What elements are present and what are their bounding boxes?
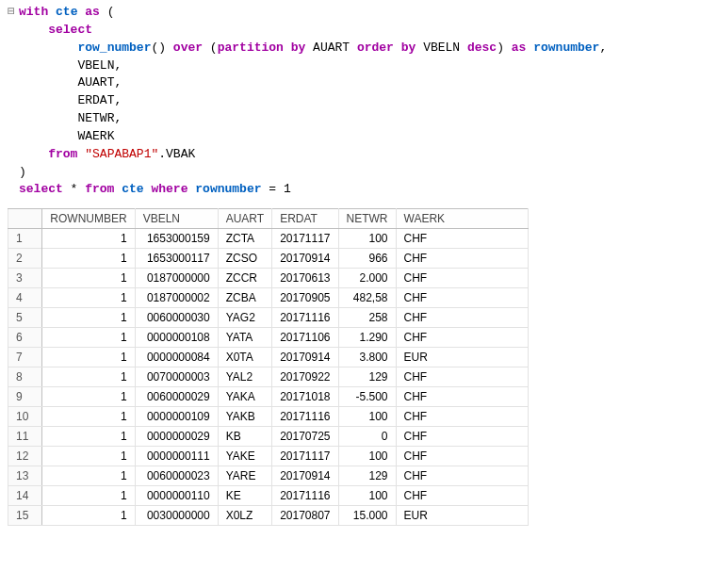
cell-netwr[interactable]: 0 bbox=[338, 427, 396, 447]
cell-netwr[interactable]: 129 bbox=[338, 466, 396, 486]
row-number-cell[interactable]: 1 bbox=[8, 229, 42, 249]
cell-erdat[interactable]: 20170905 bbox=[272, 288, 338, 308]
table-row[interactable]: 1410000000110KE20171116100CHF bbox=[8, 486, 529, 506]
table-row[interactable]: 1510030000000X0LZ2017080715.000EUR bbox=[8, 506, 529, 526]
cell-erdat[interactable]: 20171117 bbox=[272, 229, 338, 249]
cell-vbeln[interactable]: 0060000029 bbox=[135, 387, 218, 407]
cell-netwr[interactable]: 100 bbox=[338, 229, 396, 249]
cell-auart[interactable]: ZCTA bbox=[218, 229, 271, 249]
cell-netwr[interactable]: 258 bbox=[338, 308, 396, 328]
cell-waerk[interactable]: CHF bbox=[396, 368, 528, 387]
cell-netwr[interactable]: 15.000 bbox=[338, 506, 396, 526]
cell-auart[interactable]: KE bbox=[218, 486, 271, 506]
cell-erdat[interactable]: 20170922 bbox=[272, 368, 338, 387]
row-number-cell[interactable]: 5 bbox=[8, 308, 42, 328]
cell-netwr[interactable]: 3.800 bbox=[338, 348, 396, 368]
cell-rownumber[interactable]: 1 bbox=[42, 447, 135, 466]
code-line[interactable]: ⊟with cte as ( bbox=[8, 4, 693, 22]
cell-erdat[interactable]: 20170914 bbox=[272, 249, 338, 269]
cell-erdat[interactable]: 20170807 bbox=[272, 506, 338, 526]
row-number-cell[interactable]: 9 bbox=[8, 387, 42, 407]
cell-rownumber[interactable]: 1 bbox=[42, 308, 135, 328]
cell-vbeln[interactable]: 0070000003 bbox=[135, 368, 218, 387]
cell-netwr[interactable]: 100 bbox=[338, 447, 396, 466]
cell-waerk[interactable]: CHF bbox=[396, 288, 528, 308]
row-number-cell[interactable]: 13 bbox=[8, 466, 42, 486]
cell-rownumber[interactable]: 1 bbox=[42, 407, 135, 427]
col-header-netwr[interactable]: NETWR bbox=[338, 209, 396, 229]
cell-auart[interactable]: X0TA bbox=[218, 348, 271, 368]
row-number-cell[interactable]: 14 bbox=[8, 486, 42, 506]
table-row[interactable]: 1010000000109YAKB20171116100CHF bbox=[8, 407, 529, 427]
cell-netwr[interactable]: 1.290 bbox=[338, 328, 396, 348]
cell-auart[interactable]: ZCBA bbox=[218, 288, 271, 308]
code-line[interactable]: from "SAPABAP1".VBAK bbox=[8, 146, 693, 164]
cell-vbeln[interactable]: 0187000000 bbox=[135, 269, 218, 288]
cell-waerk[interactable]: CHF bbox=[396, 466, 528, 486]
cell-vbeln[interactable]: 0060000030 bbox=[135, 308, 218, 328]
cell-auart[interactable]: ZCCR bbox=[218, 269, 271, 288]
code-line[interactable]: select bbox=[8, 22, 693, 40]
cell-auart[interactable]: X0LZ bbox=[218, 506, 271, 526]
code-line[interactable]: row_number() over (partition by AUART or… bbox=[8, 40, 693, 57]
row-number-cell[interactable]: 6 bbox=[8, 328, 42, 348]
cell-netwr[interactable]: -5.500 bbox=[338, 387, 396, 407]
cell-rownumber[interactable]: 1 bbox=[42, 466, 135, 486]
table-row[interactable]: 1110000000029KB201707250CHF bbox=[8, 427, 529, 447]
cell-netwr[interactable]: 129 bbox=[338, 368, 396, 387]
cell-vbeln[interactable]: 0000000029 bbox=[135, 427, 218, 447]
row-number-cell[interactable]: 11 bbox=[8, 427, 42, 447]
cell-waerk[interactable]: CHF bbox=[396, 328, 528, 348]
cell-waerk[interactable]: CHF bbox=[396, 249, 528, 269]
cell-auart[interactable]: KB bbox=[218, 427, 271, 447]
fold-marker-icon[interactable]: ⊟ bbox=[8, 4, 19, 22]
cell-erdat[interactable]: 20171106 bbox=[272, 328, 338, 348]
code-line[interactable]: AUART, bbox=[8, 74, 693, 92]
sql-editor[interactable]: ⊟with cte as ( select row_number() over … bbox=[0, 0, 701, 208]
row-number-cell[interactable]: 3 bbox=[8, 269, 42, 288]
cell-rownumber[interactable]: 1 bbox=[42, 348, 135, 368]
cell-rownumber[interactable]: 1 bbox=[42, 229, 135, 249]
cell-netwr[interactable]: 482,58 bbox=[338, 288, 396, 308]
code-line[interactable]: WAERK bbox=[8, 128, 693, 146]
cell-rownumber[interactable]: 1 bbox=[42, 368, 135, 387]
code-line[interactable]: select * from cte where rownumber = 1 bbox=[8, 181, 693, 199]
cell-waerk[interactable]: CHF bbox=[396, 486, 528, 506]
cell-auart[interactable]: YARE bbox=[218, 466, 271, 486]
cell-vbeln[interactable]: 0030000000 bbox=[135, 506, 218, 526]
table-row[interactable]: 1310060000023YARE20170914129CHF bbox=[8, 466, 529, 486]
cell-auart[interactable]: YAL2 bbox=[218, 368, 271, 387]
cell-erdat[interactable]: 20171116 bbox=[272, 407, 338, 427]
cell-auart[interactable]: YATA bbox=[218, 328, 271, 348]
cell-vbeln[interactable]: 0000000109 bbox=[135, 407, 218, 427]
row-number-cell[interactable]: 7 bbox=[8, 348, 42, 368]
cell-erdat[interactable]: 20170613 bbox=[272, 269, 338, 288]
cell-netwr[interactable]: 100 bbox=[338, 407, 396, 427]
table-row[interactable]: 710000000084X0TA201709143.800EUR bbox=[8, 348, 529, 368]
cell-erdat[interactable]: 20171117 bbox=[272, 447, 338, 466]
cell-vbeln[interactable]: 1653000159 bbox=[135, 229, 218, 249]
cell-netwr[interactable]: 966 bbox=[338, 249, 396, 269]
cell-auart[interactable]: YAKB bbox=[218, 407, 271, 427]
row-number-cell[interactable]: 12 bbox=[8, 447, 42, 466]
cell-waerk[interactable]: EUR bbox=[396, 348, 528, 368]
cell-erdat[interactable]: 20170914 bbox=[272, 348, 338, 368]
cell-waerk[interactable]: CHF bbox=[396, 229, 528, 249]
cell-rownumber[interactable]: 1 bbox=[42, 387, 135, 407]
cell-waerk[interactable]: CHF bbox=[396, 407, 528, 427]
cell-rownumber[interactable]: 1 bbox=[42, 486, 135, 506]
col-header-auart[interactable]: AUART bbox=[218, 209, 271, 229]
cell-vbeln[interactable]: 0060000023 bbox=[135, 466, 218, 486]
cell-rownumber[interactable]: 1 bbox=[42, 506, 135, 526]
code-line[interactable]: ERDAT, bbox=[8, 92, 693, 110]
cell-netwr[interactable]: 2.000 bbox=[338, 269, 396, 288]
cell-vbeln[interactable]: 0000000108 bbox=[135, 328, 218, 348]
cell-auart[interactable]: ZCSO bbox=[218, 249, 271, 269]
cell-waerk[interactable]: CHF bbox=[396, 427, 528, 447]
col-header-rownumber[interactable]: ROWNUMBER bbox=[42, 209, 135, 229]
cell-erdat[interactable]: 20170725 bbox=[272, 427, 338, 447]
table-row[interactable]: 111653000159ZCTA20171117100CHF bbox=[8, 229, 529, 249]
cell-vbeln[interactable]: 1653000117 bbox=[135, 249, 218, 269]
row-number-cell[interactable]: 15 bbox=[8, 506, 42, 526]
cell-vbeln[interactable]: 0000000084 bbox=[135, 348, 218, 368]
